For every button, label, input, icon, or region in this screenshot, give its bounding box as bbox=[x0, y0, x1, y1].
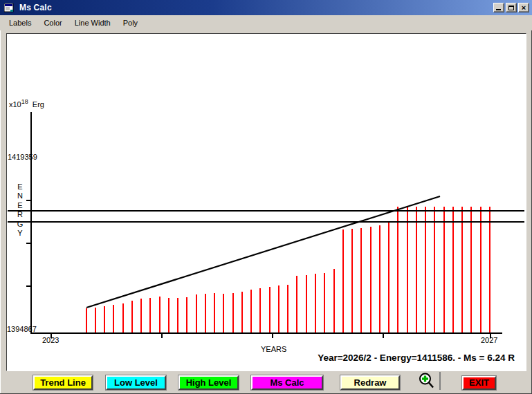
titlebar: Ms Calc × bbox=[0, 0, 532, 15]
energy-bar bbox=[104, 306, 105, 332]
high-level-line bbox=[8, 210, 524, 212]
exit-button[interactable]: EXIT bbox=[462, 376, 496, 390]
x-axis-tick bbox=[272, 332, 273, 338]
status-readout: Year=2026/2 - Energy=1411586. - Ms = 6.2… bbox=[318, 353, 515, 363]
close-button[interactable]: × bbox=[518, 3, 529, 12]
energy-bar bbox=[168, 298, 169, 332]
energy-bar bbox=[205, 294, 206, 333]
energy-bar bbox=[287, 285, 288, 333]
energy-bar bbox=[333, 269, 335, 332]
energy-bar bbox=[86, 308, 87, 332]
energy-bar bbox=[425, 207, 426, 332]
ms-calc-button[interactable]: Ms Calc bbox=[251, 375, 323, 390]
low-level-button[interactable]: Low Level bbox=[106, 375, 166, 390]
energy-bar bbox=[360, 228, 362, 332]
app-icon bbox=[4, 3, 14, 12]
menu-line-width[interactable]: Line Width bbox=[68, 17, 117, 29]
energy-bar bbox=[259, 288, 261, 332]
energy-bar bbox=[461, 207, 463, 332]
energy-bar bbox=[278, 285, 279, 332]
energy-bar bbox=[342, 229, 344, 332]
energy-bar bbox=[232, 293, 234, 333]
energy-bar bbox=[379, 225, 380, 332]
y-axis-tick bbox=[26, 200, 31, 201]
low-level-line bbox=[8, 221, 524, 223]
x-axis-tick bbox=[383, 332, 384, 338]
x-axis-line bbox=[30, 332, 502, 334]
menu-color[interactable]: Color bbox=[37, 17, 68, 29]
menubar: Labels Color Line Width Poly bbox=[0, 15, 532, 30]
zoom-button[interactable] bbox=[414, 372, 441, 390]
trend-line bbox=[7, 34, 526, 370]
x-axis-tick bbox=[161, 332, 163, 338]
energy-bar bbox=[351, 229, 353, 332]
energy-bar bbox=[407, 207, 408, 332]
x-axis-tick bbox=[51, 332, 52, 338]
energy-bar bbox=[416, 207, 417, 332]
x-axis-tick bbox=[490, 332, 491, 338]
trend-line-button[interactable]: Trend Line bbox=[33, 375, 93, 390]
energy-bar bbox=[434, 207, 435, 332]
energy-bar bbox=[324, 273, 325, 333]
minimize-button[interactable] bbox=[493, 3, 504, 12]
maximize-icon bbox=[508, 6, 514, 10]
energy-bar bbox=[480, 207, 481, 332]
window-title: Ms Calc bbox=[19, 3, 52, 12]
energy-bar bbox=[269, 287, 270, 332]
energy-bar bbox=[470, 207, 472, 332]
x-axis-title: YEARS bbox=[261, 345, 286, 353]
energy-bar bbox=[95, 308, 96, 333]
energy-bar bbox=[113, 305, 114, 333]
chart-canvas: x1018 Erg 1419359 ENERGY 1394867 2023 20… bbox=[7, 34, 526, 370]
energy-bar bbox=[149, 298, 151, 333]
energy-bar bbox=[223, 294, 224, 332]
y-axis-tick bbox=[26, 243, 31, 244]
y-axis-line bbox=[30, 112, 32, 334]
energy-bar bbox=[140, 299, 142, 332]
high-level-button[interactable]: High Level bbox=[178, 375, 239, 390]
energy-bar bbox=[397, 207, 398, 332]
maximize-button[interactable] bbox=[506, 3, 517, 12]
energy-bar bbox=[443, 207, 445, 332]
chart-area[interactable]: x1018 Erg 1419359 ENERGY 1394867 2023 20… bbox=[6, 33, 526, 371]
ms-calc-window: Ms Calc × Labels Color Line Width Poly x… bbox=[0, 0, 532, 394]
close-icon: × bbox=[522, 4, 526, 11]
energy-bar bbox=[370, 227, 372, 333]
energy-bar bbox=[388, 223, 389, 332]
energy-bar bbox=[241, 292, 243, 333]
energy-bar bbox=[177, 298, 178, 333]
energy-bar bbox=[214, 293, 215, 332]
y-max-label: 1419359 bbox=[8, 153, 37, 161]
energy-bar bbox=[489, 207, 490, 332]
y-axis-tick bbox=[26, 285, 31, 287]
energy-bar bbox=[186, 297, 187, 332]
minimize-icon bbox=[496, 9, 501, 10]
menu-labels[interactable]: Labels bbox=[3, 17, 37, 29]
energy-bar bbox=[159, 297, 160, 332]
energy-bar bbox=[196, 294, 197, 332]
magnifier-plus-icon bbox=[418, 372, 436, 390]
y-axis-unit-label: x1018 Erg bbox=[9, 98, 44, 109]
energy-bar bbox=[122, 303, 124, 332]
energy-bar bbox=[452, 207, 454, 332]
energy-bar bbox=[131, 301, 133, 333]
energy-bar bbox=[296, 276, 297, 333]
redraw-button[interactable]: Redraw bbox=[340, 375, 400, 390]
energy-bar bbox=[306, 275, 307, 333]
menu-poly[interactable]: Poly bbox=[117, 17, 144, 29]
energy-bar bbox=[315, 274, 316, 332]
energy-bar bbox=[250, 290, 252, 332]
